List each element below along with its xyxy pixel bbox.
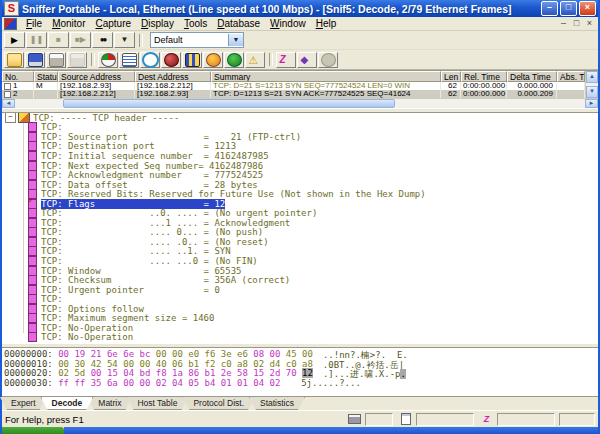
pause-button[interactable]: ❚❚	[26, 32, 47, 48]
minimize-button[interactable]: –	[541, 1, 558, 16]
print-preview-button[interactable]	[67, 52, 87, 68]
decode-line[interactable]: TCP: Data offset = 28 bytes	[2, 180, 598, 190]
tab-matrix[interactable]: Matrix	[87, 397, 132, 410]
menu-file[interactable]: File	[21, 18, 47, 29]
column-header-rel-time[interactable]: Rel. Time	[461, 71, 507, 82]
global-statistics-icon	[206, 53, 221, 67]
decode-line[interactable]: TCP: .... ..1. = SYN	[2, 247, 598, 257]
chevron-down-icon[interactable]: ▼	[228, 34, 243, 46]
decode-line[interactable]: TCP:	[2, 123, 598, 133]
protocol-distribution-button[interactable]	[182, 52, 202, 68]
decode-line[interactable]: TCP: ..0. .... = (No urgent pointer)	[2, 208, 598, 218]
matrix-button[interactable]	[140, 52, 160, 68]
stop-button[interactable]: ■	[48, 32, 69, 48]
decode-line[interactable]: TCP: ...1 .... = Acknowledgment	[2, 218, 598, 228]
tab-expert[interactable]: Expert	[0, 397, 47, 410]
stop-and-display-button[interactable]: ■▶	[70, 32, 91, 48]
column-header-len-b[interactable]: Len (B	[441, 71, 461, 82]
decode-line-selected[interactable]: TCP: Flags = 12	[2, 199, 598, 209]
close-button[interactable]: ×	[579, 1, 596, 16]
decode-text: TCP: ...1 .... = Acknowledgment	[41, 218, 290, 228]
column-header-summary[interactable]: Summary	[211, 71, 441, 82]
scroll-left-icon[interactable]: ◄	[2, 99, 15, 108]
menu-monitor[interactable]: Monitor	[47, 18, 90, 29]
summary-horizontal-scrollbar[interactable]: ◄ ►	[2, 98, 598, 108]
tab-host-table[interactable]: Host Table	[126, 397, 188, 410]
menu-window[interactable]: Window	[265, 18, 311, 29]
decode-line[interactable]: TCP: Urgent pointer = 0	[2, 285, 598, 295]
define-filter-button[interactable]: ▼	[114, 32, 135, 48]
column-header-status[interactable]: Status	[34, 71, 58, 82]
save-button[interactable]	[25, 52, 45, 68]
hex-line[interactable]: 00000020: 02 5d 00 15 04 bd f8 1a 86 b1 …	[2, 368, 598, 378]
tab-decode[interactable]: Decode	[41, 397, 94, 410]
mdi-minimize-button[interactable]: –	[557, 18, 570, 29]
scroll-down-icon[interactable]: ▼	[586, 86, 598, 98]
column-header-abs-time[interactable]: Abs. Time	[557, 71, 585, 82]
print-button[interactable]	[46, 52, 66, 68]
sniffer-window: S Sniffer Portable - Local, Ethernet (Li…	[0, 0, 600, 434]
decode-line[interactable]: TCP: Acknowledgment number = 777524525	[2, 170, 598, 180]
history-button[interactable]	[161, 52, 181, 68]
disabled-tool-button[interactable]	[318, 52, 338, 68]
hex-line[interactable]: 00000010: 00 30 42 54 00 00 40 06 b1 f2 …	[2, 359, 598, 369]
scroll-right-icon[interactable]: ►	[585, 99, 598, 108]
decode-line[interactable]: TCP: Destination port = 1213	[2, 142, 598, 152]
mdi-document-icon[interactable]	[4, 18, 17, 30]
decode-line[interactable]: TCP: Reserved Bits: Reserved for Future …	[2, 189, 598, 199]
display-button[interactable]: ●●	[92, 32, 113, 48]
start-button[interactable]: ▶	[4, 32, 25, 48]
summary-hscroll-thumb[interactable]	[63, 99, 395, 108]
decode-text: TCP: .... ..1. = SYN	[41, 246, 231, 256]
decode-line[interactable]: TCP: No-Operation	[2, 333, 598, 343]
column-header-source-address[interactable]: Source Address	[58, 71, 135, 82]
scroll-up-icon[interactable]: ▲	[586, 71, 598, 83]
dashboard-button[interactable]	[98, 52, 118, 68]
cell-src: [192.168.2.93]	[58, 82, 135, 90]
expert-button[interactable]: Z	[276, 52, 296, 68]
frame-checkbox[interactable]	[4, 91, 11, 98]
decode-line[interactable]: TCP: Window = 65535	[2, 266, 598, 276]
hex-ascii-segment: .	[400, 369, 405, 379]
global-statistics-button[interactable]	[203, 52, 223, 68]
hex-line[interactable]: 00000000: 00 19 21 6e 6e bc 00 00 e0 f6 …	[2, 349, 598, 359]
column-header-no-[interactable]: No.	[2, 71, 34, 82]
decode-line[interactable]: TCP:	[2, 294, 598, 304]
hex-line[interactable]: 00000030: ff ff 35 6a 00 00 02 04 05 b4 …	[2, 378, 598, 388]
decode-line[interactable]: TCP: Maximum segment size = 1460	[2, 313, 598, 323]
capture-panel-button[interactable]	[224, 52, 244, 68]
decode-line[interactable]: TCP: Options follow	[2, 304, 598, 314]
open-button[interactable]	[4, 52, 24, 68]
visual-filter-button[interactable]: ◆	[297, 52, 317, 68]
tab-protocol-dist-[interactable]: Protocol Dist.	[182, 397, 255, 410]
decode-line[interactable]: TCP: .... .0.. = (No reset)	[2, 237, 598, 247]
decode-line[interactable]: TCP: Next expected Seq number= 416248798…	[2, 161, 598, 171]
restore-button[interactable]: □	[560, 1, 577, 16]
summary-vertical-scrollbar[interactable]: ▲ ▼	[585, 71, 598, 98]
filter-combobox[interactable]: Default ▼	[150, 32, 244, 48]
column-header-delta-time[interactable]: Delta Time	[507, 71, 557, 82]
decode-line[interactable]: TCP: No-Operation	[2, 323, 598, 333]
decode-line[interactable]: TCP: .... 0... = (No push)	[2, 228, 598, 238]
host-table-button[interactable]	[119, 52, 139, 68]
frame-row[interactable]: 1M[192.168.2.93][192.168.2.212]TCP: D=21…	[2, 82, 585, 90]
tab-statistics[interactable]: Statistics	[249, 397, 305, 410]
menu-tools[interactable]: Tools	[179, 18, 212, 29]
decode-line[interactable]: TCP: Initial sequence number = 416248798…	[2, 151, 598, 161]
frame-row[interactable]: 2[192.168.2.212][192.168.2.93]TCP: D=121…	[2, 90, 585, 98]
start-button-fragment[interactable]	[2, 427, 64, 434]
menu-capture[interactable]: Capture	[90, 18, 136, 29]
decode-line[interactable]: TCP: Source port = 21 (FTP-ctrl)	[2, 132, 598, 142]
mdi-restore-button[interactable]: □	[570, 18, 583, 29]
decode-line[interactable]: −TCP: ----- TCP header -----	[2, 113, 598, 123]
mdi-close-button[interactable]: ×	[583, 18, 596, 29]
cell-len: 62	[441, 82, 461, 90]
menu-display[interactable]: Display	[136, 18, 179, 29]
column-header-dest-address[interactable]: Dest Address	[135, 71, 211, 82]
frame-checkbox[interactable]	[4, 83, 11, 90]
decode-line[interactable]: TCP: Checksum = 356A (correct)	[2, 275, 598, 285]
menu-database[interactable]: Database	[212, 18, 265, 29]
menu-help[interactable]: Help	[311, 18, 342, 29]
alarm-log-button[interactable]: ⚠	[245, 52, 265, 68]
decode-line[interactable]: TCP: .... ...0 = (No FIN)	[2, 256, 598, 266]
